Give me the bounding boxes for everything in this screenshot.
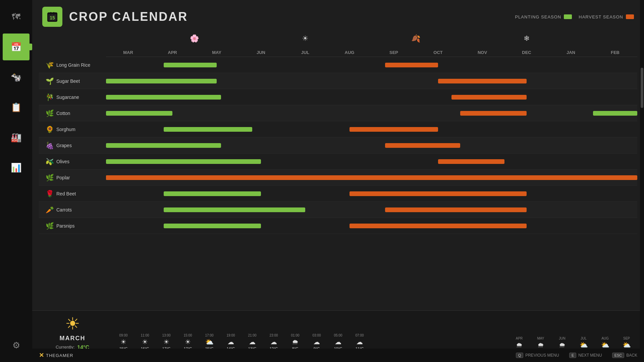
hourly-time-11: 07:00 [355,334,364,337]
month-nov: NOV [460,50,504,57]
bar-4-0 [164,127,252,132]
sidebar-item-settings[interactable]: ⚙ [3,332,30,359]
weather-icon: ☀ [65,314,80,334]
bar-3-0 [106,111,172,116]
bars-area-7 [106,170,637,185]
crop-name-10: Parsnips [56,223,74,229]
crop-row-sugarcane: 🎋Sugarcane [39,89,637,105]
bar-6-0 [106,159,261,164]
monthly-month-2: JUN [559,337,565,340]
logo-icon: ✕ [39,352,44,359]
crop-icon-1: 🌱 [46,77,54,85]
crop-icon-10: 🌿 [46,222,54,230]
month-jan: JAN [549,50,593,57]
back-button[interactable]: ESC BACK [612,353,637,358]
hourly-icon-1: ☀ [142,339,148,345]
crop-row-sorghum: 🌻Sorghum [39,121,637,137]
bar-1-0 [106,79,217,83]
bars-area-5 [106,137,637,153]
monthly-icon-4: ⛅ [601,342,609,348]
crop-row-sugar-beet: 🌱Sugar Beet [39,73,637,89]
crops-container: 🌾Long Grain Rice🌱Sugar Beet🎋Sugarcane🌿Co… [39,57,637,234]
bars-area-6 [106,154,637,169]
hourly-icon-2: ☀ [163,339,169,345]
bar-0-1 [385,63,438,67]
hourly-icon-7: ☁ [270,339,277,345]
spring-icon: 🌸 [172,34,217,43]
crop-label-2: 🎋Sugarcane [39,93,106,101]
sidebar-item-calendar[interactable]: 📅 [3,34,30,60]
logo: ✕ THEGAMER [39,352,73,359]
crop-label-9: 🥕Carrots [39,206,106,214]
hourly-time-7: 23:00 [269,334,278,337]
monthly-icon-0: 🌧 [516,342,523,348]
crop-icon-2: 🎋 [46,93,54,101]
month-mar: MAR [106,50,150,57]
monthly-icon-3: ⛅ [580,342,588,348]
bar-10-1 [350,224,527,228]
month-sep: SEP [372,50,416,57]
sidebar-item-animals[interactable]: 🐄 [3,64,30,90]
prev-key: Q [516,353,524,358]
scrollbar[interactable] [640,0,644,349]
winter-icon: ❄ [504,34,549,43]
bars-area-8 [106,186,637,201]
hourly-time-10: 05:00 [334,334,342,337]
hourly-icon-5: ☁ [227,339,234,345]
bar-2-1 [451,95,527,100]
next-label: NEXT MENU [578,353,602,358]
crop-row-poplar: 🌿Poplar [39,170,637,186]
crop-name-1: Sugar Beet [56,78,80,84]
next-menu-button[interactable]: E NEXT MENU [569,353,602,358]
sidebar-item-map[interactable]: 🗺 [3,3,30,30]
svg-rect-3 [50,12,51,15]
main-content: 15 CROP CALENDAR PLANTING SEASON HARVEST… [32,0,644,362]
svg-rect-4 [53,12,54,15]
crop-name-4: Sorghum [56,127,75,132]
hourly-icon-0: ☀ [120,339,126,345]
bar-5-0 [106,143,221,148]
legend: PLANTING SEASON HARVEST SEASON [515,14,634,19]
crop-label-6: 🫒Olives [39,158,106,166]
crop-name-8: Red Beet [56,191,76,196]
hourly-time-5: 19:00 [226,334,235,337]
monthly-month-1: MAY [537,337,544,340]
crop-row-cotton: 🌿Cotton [39,105,637,121]
crop-icon-8: 🌹 [46,190,54,198]
crop-name-2: Sugarcane [56,95,79,100]
bar-8-0 [164,191,261,196]
bar-8-1 [350,191,527,196]
crop-label-0: 🌾Long Grain Rice [39,61,106,69]
harvest-label: HARVEST SEASON [579,14,623,19]
crop-icon-5: 🍇 [46,141,54,149]
month-jul: JUL [283,50,327,57]
crop-icon-7: 🌿 [46,174,54,182]
crop-label-5: 🍇Grapes [39,141,106,149]
bars-area-1 [106,73,637,89]
hourly-time-2: 13:00 [162,334,170,337]
hourly-icon-4: ⛅ [205,339,214,345]
bar-6-1 [438,159,504,164]
prev-menu-button[interactable]: Q PREVIOUS MENU [516,353,559,358]
bars-area-0 [106,57,637,73]
bar-9-0 [164,207,305,212]
crop-label-7: 🌿Poplar [39,174,106,182]
bar-9-1 [385,207,527,212]
month-header-row: 🌸 ☀ 🍂 ❄ MAR AP [106,34,637,57]
hourly-icon-8: 🌧 [292,339,299,345]
bars-area-2 [106,89,637,105]
sidebar-item-contracts[interactable]: 📋 [3,94,30,121]
crop-row-red-beet: 🌹Red Beet [39,186,637,202]
summer-icon: ☀ [283,34,327,43]
crop-label-10: 🌿Parsnips [39,222,106,230]
hourly-time-9: 03:00 [312,334,321,337]
page-title: CROP CALENDAR [69,10,188,24]
sidebar-item-stats[interactable]: 📊 [3,154,30,181]
crop-name-7: Poplar [56,175,70,180]
header: 15 CROP CALENDAR PLANTING SEASON HARVEST… [32,0,644,34]
month-oct: OCT [416,50,460,57]
monthly-icon-1: 🌧 [537,342,544,348]
svg-text:15: 15 [50,15,55,20]
crop-icon-9: 🥕 [46,206,54,214]
sidebar-item-production[interactable]: 🏭 [3,124,30,151]
